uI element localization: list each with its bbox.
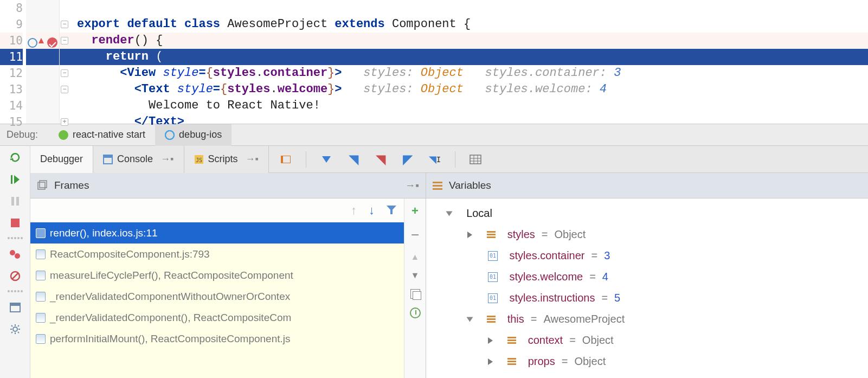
svg-rect-30 [40, 181, 47, 188]
next-frame-button[interactable]: ↓ [369, 203, 375, 217]
svg-line-16 [11, 325, 12, 326]
chevron-right-icon[interactable] [488, 337, 493, 344]
frame-row[interactable]: measureLifeCyclePerf(), ReactCompositeCo… [30, 265, 404, 286]
line-number: 12 [0, 65, 23, 81]
frame-row[interactable]: _renderValidatedComponentWithoutOwnerOrC… [30, 286, 404, 307]
debug-label: Debug: [0, 129, 49, 140]
show-watches-button[interactable] [410, 307, 421, 318]
arrow-up-icon [38, 38, 44, 43]
var-row[interactable]: props = Object [432, 351, 863, 372]
marker-gutter[interactable] [26, 0, 60, 124]
frames-list[interactable]: render(), index.ios.js:11 ReactComposite… [30, 222, 404, 378]
object-icon [507, 358, 516, 365]
run-config-tab-react-native-start[interactable]: react-native start [49, 124, 155, 146]
svg-point-5 [10, 250, 15, 255]
layout-button[interactable] [8, 300, 23, 315]
fold-icon[interactable]: − [61, 86, 68, 93]
frame-icon [36, 313, 46, 323]
fold-icon[interactable]: − [61, 37, 68, 44]
step-out-button[interactable]: ◤ [401, 152, 415, 166]
line-number: 15 [0, 114, 23, 130]
console-icon [103, 155, 113, 164]
variables-tree[interactable]: Local styles = Object 01 styles.containe… [426, 198, 868, 378]
var-row[interactable]: this = AwesomeProject [432, 309, 863, 330]
chevron-down-icon[interactable] [467, 317, 473, 322]
filter-button[interactable] [387, 206, 396, 215]
step-into-button[interactable]: ◥ [346, 152, 361, 166]
frames-icon [37, 180, 48, 191]
chevron-right-icon[interactable] [467, 232, 472, 238]
prev-frame-button[interactable]: ↑ [351, 203, 357, 217]
svg-text:JS: JS [196, 157, 202, 163]
code-editor[interactable]: 8 9 10 11 12 13 14 15 − − − − + export [0, 0, 868, 124]
line-number: 8 [0, 0, 23, 16]
fold-icon[interactable]: − [61, 21, 68, 28]
mute-breakpoints-button[interactable] [8, 268, 23, 284]
svg-rect-4 [11, 219, 20, 227]
frame-icon [36, 228, 46, 238]
var-row[interactable]: 01 styles.instructions = 5 [432, 287, 863, 309]
svg-line-19 [11, 332, 12, 333]
settings-button[interactable] [8, 322, 23, 337]
evaluate-expression-button[interactable] [468, 152, 483, 166]
fold-icon[interactable]: + [61, 118, 68, 126]
var-row[interactable]: context = Object [432, 330, 863, 351]
move-up-button[interactable]: ▲ [411, 252, 420, 262]
debug-side-toolbar [0, 146, 30, 378]
line-number: 9 [0, 16, 23, 33]
tab-debugger[interactable]: Debugger [30, 146, 93, 173]
fold-icon[interactable]: − [61, 69, 68, 77]
object-icon [487, 316, 496, 323]
copy-button[interactable] [410, 289, 420, 299]
run-config-label: react-native start [73, 129, 145, 140]
var-row[interactable]: 01 styles.welcome = 4 [432, 266, 863, 287]
frames-options-icon[interactable]: →▪ [405, 180, 419, 191]
var-row[interactable]: 01 styles.container = 3 [432, 245, 863, 266]
tab-scripts[interactable]: JS Scripts→▪ [184, 146, 269, 173]
pause-button[interactable] [8, 194, 23, 209]
line-number: 13 [0, 81, 23, 98]
show-execution-point-button[interactable] [279, 152, 293, 166]
primitive-icon: 01 [488, 251, 498, 261]
frame-row[interactable]: performInitialMount(), ReactCompositeCom… [30, 328, 404, 349]
remove-watch-button[interactable]: − [411, 227, 419, 244]
run-config-tab-debug-ios[interactable]: debug-ios [155, 124, 232, 146]
var-row[interactable]: styles = Object [432, 224, 863, 245]
force-step-into-button[interactable]: ◥ [374, 152, 388, 166]
svg-line-8 [12, 273, 18, 279]
svg-line-18 [18, 325, 19, 326]
rerun-button[interactable] [8, 150, 23, 165]
view-breakpoints-button[interactable] [8, 247, 23, 262]
fold-gutter[interactable]: − − − − + [60, 0, 69, 124]
primitive-icon: 01 [488, 272, 498, 282]
run-to-cursor-button[interactable]: ◥I [428, 152, 442, 166]
resume-button[interactable] [8, 172, 23, 187]
svg-rect-21 [104, 155, 112, 158]
frame-icon [36, 292, 46, 302]
frame-row[interactable]: _renderValidatedComponent(), ReactCompos… [30, 307, 404, 328]
svg-rect-3 [16, 197, 19, 206]
frame-row[interactable]: render(), index.ios.js:11 [30, 222, 404, 244]
object-icon [487, 231, 496, 238]
separator-icon [8, 290, 23, 293]
chevron-right-icon[interactable] [488, 358, 493, 365]
execution-point-icon [28, 38, 37, 48]
debug-tool-window: Debugger Console→▪ JS Scripts→▪ ◥ ◥ ◤ ◥I [0, 146, 868, 378]
add-watch-button[interactable]: + [412, 204, 419, 218]
tab-console[interactable]: Console→▪ [93, 146, 184, 173]
code-area[interactable]: export default class AwesomeProject exte… [69, 0, 868, 124]
scripts-icon: JS [194, 155, 204, 164]
scope-row[interactable]: Local [432, 203, 863, 224]
frame-row[interactable]: ReactCompositeComponent.js:793 [30, 244, 404, 265]
chevron-down-icon[interactable] [446, 211, 453, 216]
frame-icon [36, 271, 46, 280]
svg-marker-1 [14, 175, 20, 184]
move-down-button[interactable]: ▼ [411, 271, 420, 280]
frames-title: Frames [54, 180, 89, 191]
variables-title: Variables [449, 180, 491, 191]
step-over-button[interactable] [319, 152, 333, 166]
breakpoint-icon[interactable] [47, 37, 57, 48]
svg-point-6 [15, 253, 20, 259]
stop-button[interactable] [8, 215, 23, 230]
separator-icon [8, 237, 23, 240]
